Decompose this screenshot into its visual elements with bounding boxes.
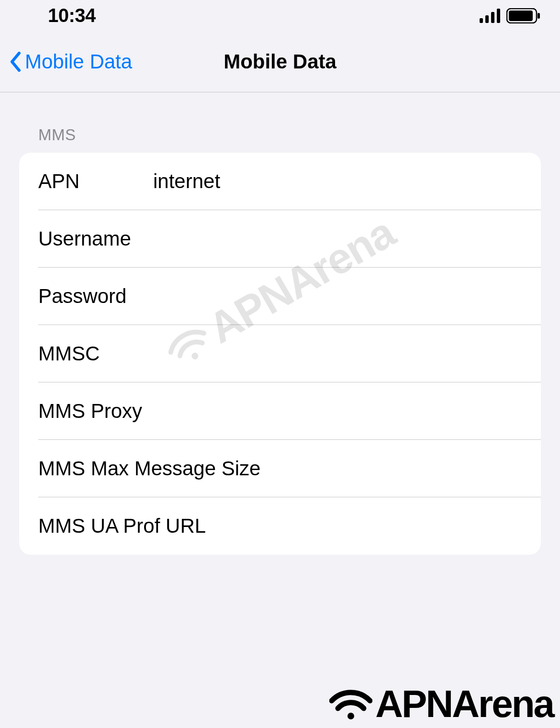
svg-point-8 (347, 713, 354, 719)
section-header-mms: MMS (0, 126, 560, 153)
back-button[interactable]: Mobile Data (10, 50, 132, 73)
status-indicators (480, 8, 541, 23)
cellular-signal-icon (480, 9, 501, 23)
input-apn[interactable] (153, 170, 522, 193)
input-mmsc[interactable] (153, 342, 522, 365)
brand-footer: APNArena (329, 677, 560, 728)
svg-rect-6 (538, 13, 540, 19)
label-mms-ua-prof-url: MMS UA Prof URL (38, 515, 206, 538)
svg-rect-1 (485, 15, 489, 23)
svg-rect-0 (480, 18, 483, 23)
row-mms-max-size[interactable]: MMS Max Message Size (19, 440, 541, 497)
input-password[interactable] (153, 285, 522, 308)
label-password: Password (38, 285, 153, 308)
row-mms-ua-prof-url[interactable]: MMS UA Prof URL (19, 497, 541, 555)
status-time: 10:34 (48, 5, 96, 26)
settings-group-mms: APN Username Password MMSC MMS Proxy MMS… (19, 153, 541, 555)
svg-rect-5 (509, 11, 533, 21)
content-area: MMS APN Username Password MMSC MMS Proxy… (0, 92, 560, 555)
svg-rect-3 (497, 9, 500, 23)
brand-text: APNArena (375, 682, 553, 726)
chevron-left-icon (10, 52, 21, 72)
battery-icon (506, 8, 541, 23)
label-apn: APN (38, 170, 153, 193)
row-username[interactable]: Username (19, 210, 541, 268)
input-username[interactable] (153, 227, 522, 250)
row-password[interactable]: Password (19, 268, 541, 325)
label-username: Username (38, 227, 153, 250)
label-mms-max-size: MMS Max Message Size (38, 457, 260, 480)
page-title: Mobile Data (224, 50, 336, 73)
status-bar: 10:34 (0, 0, 560, 31)
svg-rect-2 (491, 12, 494, 23)
wifi-icon (329, 687, 372, 721)
input-mms-proxy[interactable] (153, 400, 522, 423)
back-label: Mobile Data (25, 50, 132, 73)
row-apn[interactable]: APN (19, 153, 541, 210)
row-mmsc[interactable]: MMSC (19, 325, 541, 382)
navigation-bar: Mobile Data Mobile Data (0, 31, 560, 92)
label-mmsc: MMSC (38, 342, 153, 365)
input-mms-ua-prof-url[interactable] (206, 515, 522, 538)
input-mms-max-size[interactable] (260, 457, 522, 480)
label-mms-proxy: MMS Proxy (38, 400, 153, 423)
row-mms-proxy[interactable]: MMS Proxy (19, 382, 541, 440)
